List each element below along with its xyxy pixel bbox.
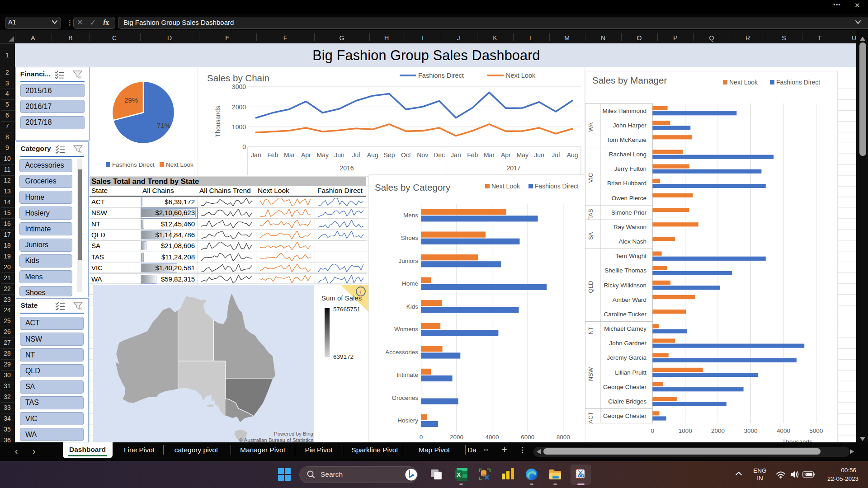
svg-text:57665751: 57665751 [333, 306, 360, 313]
svg-text:Kids: Kids [406, 303, 418, 310]
svg-text:Apr: Apr [501, 151, 511, 159]
svg-text:Next Look: Next Look [729, 79, 758, 86]
svg-text:WA: WA [587, 122, 594, 132]
svg-text:NT: NT [587, 327, 594, 334]
svg-text:SA: SA [587, 232, 594, 240]
svg-text:2017: 2017 [506, 164, 520, 172]
svg-text:0: 0 [420, 434, 423, 441]
svg-text:29%: 29% [124, 96, 138, 104]
svg-text:Amber Ward: Amber Ward [613, 296, 646, 303]
svg-text:Shoes: Shoes [401, 235, 418, 241]
svg-text:Aug: Aug [367, 151, 378, 159]
svg-text:Sales by Category: Sales by Category [375, 182, 451, 192]
svg-text:Jan: Jan [251, 151, 261, 159]
svg-text:Juniors: Juniors [399, 257, 419, 264]
svg-text:5000: 5000 [809, 427, 823, 434]
svg-text:George Chester: George Chester [603, 384, 647, 390]
svg-text:Next Look: Next Look [506, 72, 536, 79]
svg-text:2016: 2016 [340, 164, 354, 172]
svg-text:Tom McKenzie: Tom McKenzie [606, 136, 646, 143]
svg-text:4000: 4000 [486, 434, 499, 441]
svg-text:Owen Pierce: Owen Pierce [612, 195, 646, 202]
svg-text:Apr: Apr [301, 151, 311, 159]
svg-text:2000: 2000 [711, 427, 725, 434]
svg-text:3000: 3000 [232, 83, 246, 90]
svg-text:VIC: VIC [587, 173, 594, 183]
svg-text:Terri Wright: Terri Wright [615, 253, 646, 259]
svg-text:Simone Prior: Simone Prior [611, 209, 647, 216]
svg-text:Shellie Thomas: Shellie Thomas [604, 267, 646, 274]
svg-text:Next Look: Next Look [166, 161, 193, 168]
svg-text:Sales by Manager: Sales by Manager [592, 75, 667, 85]
svg-text:Next Look: Next Look [491, 183, 520, 190]
svg-text:May: May [516, 151, 528, 159]
svg-text:Jun: Jun [534, 151, 544, 159]
svg-text:George Chester: George Chester [603, 413, 647, 419]
svg-text:Jan: Jan [451, 151, 461, 159]
svg-text:Fashions Direct: Fashions Direct [535, 183, 579, 190]
svg-text:QLD: QLD [587, 281, 594, 293]
svg-text:Hosiery: Hosiery [397, 417, 418, 424]
svg-text:639172: 639172 [333, 353, 354, 360]
svg-text:Powered by Bing: Powered by Bing [274, 431, 313, 436]
svg-text:1000: 1000 [232, 123, 246, 131]
svg-text:Jun: Jun [334, 151, 344, 159]
svg-text:3000: 3000 [744, 427, 757, 434]
svg-text:2000: 2000 [232, 103, 246, 111]
svg-text:1000: 1000 [679, 427, 692, 434]
svg-text:Sales by Chain: Sales by Chain [207, 73, 269, 83]
svg-text:Thousands: Thousands [214, 106, 222, 137]
svg-text:Aug: Aug [567, 151, 578, 159]
svg-text:Accessories: Accessories [385, 349, 418, 356]
svg-text:Michael Carney: Michael Carney [604, 325, 646, 332]
svg-text:Oct: Oct [401, 151, 411, 159]
svg-text:Jerry Fulton: Jerry Fulton [614, 165, 646, 172]
svg-text:May: May [316, 151, 328, 159]
svg-text:Intimate: Intimate [396, 371, 418, 378]
svg-text:71%: 71% [157, 122, 170, 129]
svg-text:Mar: Mar [484, 151, 495, 159]
svg-text:Brian Hubbard: Brian Hubbard [607, 180, 646, 187]
svg-text:Jul: Jul [352, 151, 360, 159]
svg-text:Ray Watson: Ray Watson [613, 224, 646, 230]
svg-text:TAS: TAS [587, 209, 594, 220]
svg-text:Feb: Feb [267, 151, 278, 159]
svg-text:Groceries: Groceries [392, 394, 419, 401]
svg-text:Mar: Mar [284, 151, 295, 159]
svg-text:0: 0 [242, 143, 246, 150]
svg-text:Sum of Sales: Sum of Sales [321, 294, 362, 302]
svg-text:Home: Home [402, 280, 418, 287]
svg-text:Dec: Dec [434, 151, 445, 159]
svg-text:Nov: Nov [417, 151, 428, 159]
svg-text:ACT: ACT [587, 412, 594, 423]
svg-text:© Australian Bureau of Statist: © Australian Bureau of Statistics [239, 437, 314, 442]
svg-text:0: 0 [651, 427, 655, 434]
svg-text:Mens: Mens [403, 211, 418, 218]
svg-text:John Harper: John Harper [613, 122, 647, 129]
svg-text:Jul: Jul [552, 151, 560, 159]
svg-text:NSW: NSW [587, 367, 594, 381]
svg-text:John Gardner: John Gardner [609, 340, 646, 347]
svg-text:Fashions Direct: Fashions Direct [776, 79, 820, 86]
svg-text:Rachael Long: Rachael Long [609, 151, 646, 158]
svg-text:4000: 4000 [777, 427, 790, 434]
svg-text:Sep: Sep [384, 151, 395, 159]
svg-text:2000: 2000 [450, 434, 463, 441]
svg-text:Miles Hammond: Miles Hammond [602, 108, 646, 114]
svg-text:Ricky Wilkinson: Ricky Wilkinson [604, 282, 646, 289]
svg-text:Fashions Direct: Fashions Direct [418, 72, 464, 79]
svg-text:Thousands: Thousands [782, 438, 812, 443]
svg-text:Lillian Pruitt: Lillian Pruitt [615, 369, 646, 376]
svg-text:Fashions Direct: Fashions Direct [112, 161, 155, 168]
svg-text:Womens: Womens [394, 326, 418, 333]
svg-text:6000: 6000 [521, 434, 534, 441]
svg-text:8000: 8000 [557, 434, 570, 441]
svg-text:Feb: Feb [467, 151, 478, 159]
svg-text:X: X [457, 471, 461, 478]
svg-text:Caroline Tucker: Caroline Tucker [604, 311, 646, 318]
svg-text:Claire Bridges: Claire Bridges [608, 398, 646, 405]
svg-text:Alex Nash: Alex Nash [618, 238, 646, 245]
svg-text:Jeremy Garcia: Jeremy Garcia [607, 354, 646, 361]
